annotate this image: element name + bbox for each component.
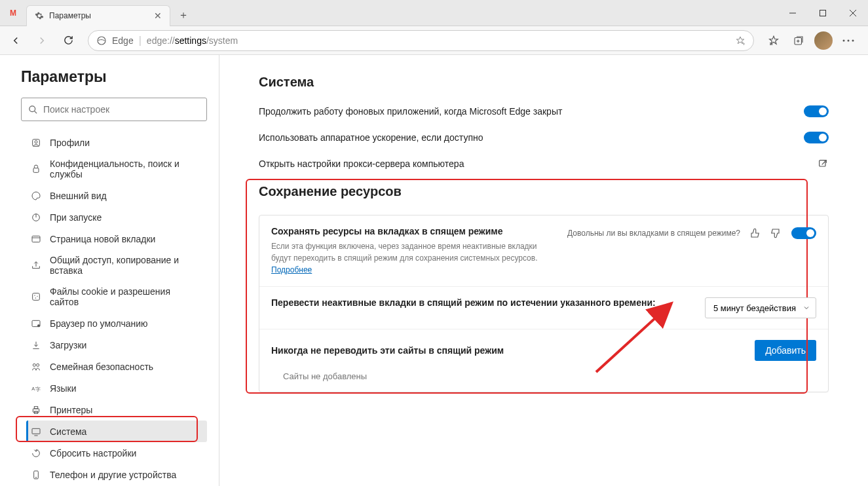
svg-text:字: 字 bbox=[35, 386, 41, 392]
sidebar-item-family[interactable]: Семейная безопасность bbox=[26, 356, 207, 377]
profile-avatar[interactable] bbox=[812, 29, 835, 52]
maximize-button[interactable] bbox=[808, 0, 838, 26]
feedback-question: Довольны ли вы вкладками в спящем режиме… bbox=[567, 229, 740, 238]
svg-point-31 bbox=[37, 364, 39, 366]
printer-icon bbox=[30, 405, 42, 415]
minimize-button[interactable] bbox=[778, 0, 808, 26]
tab-title: Параметры bbox=[49, 11, 149, 20]
never-sleep-label: Никогда не переводить эти сайты в спящий… bbox=[271, 345, 504, 356]
address-prefix: Edge bbox=[112, 35, 134, 46]
resources-card: Сохранять ресурсы на вкладках в спящем р… bbox=[259, 215, 829, 392]
learn-more-link[interactable]: Подробнее bbox=[271, 265, 312, 274]
svg-rect-41 bbox=[820, 160, 825, 166]
sidebar-item-languages[interactable]: A字Языки bbox=[26, 377, 207, 399]
sidebar-item-appearance[interactable]: Внешний вид bbox=[26, 185, 207, 206]
close-window-button[interactable] bbox=[838, 0, 868, 26]
sidebar-item-privacy[interactable]: Конфиденциальность, поиск и службы bbox=[26, 153, 207, 185]
tab-close-button[interactable]: ✕ bbox=[154, 10, 162, 21]
sidebar-item-newtab[interactable]: Страница новой вкладки bbox=[26, 228, 207, 250]
svg-rect-24 bbox=[33, 293, 40, 301]
favorites-list-icon[interactable] bbox=[762, 29, 785, 52]
languages-icon: A字 bbox=[30, 383, 42, 394]
chevron-down-icon bbox=[802, 304, 810, 314]
toggle-background-apps[interactable] bbox=[804, 105, 829, 117]
sidebar-item-reset[interactable]: Сбросить настройки bbox=[26, 442, 207, 464]
svg-point-15 bbox=[29, 105, 35, 111]
row-hw-accel: Использовать аппаратное ускорение, если … bbox=[259, 132, 829, 143]
svg-point-30 bbox=[33, 364, 35, 366]
power-icon bbox=[30, 212, 42, 223]
address-bar[interactable]: Edge | edge://settings/system bbox=[88, 30, 754, 51]
forward-button[interactable] bbox=[30, 29, 54, 52]
sleep-tabs-title: Сохранять ресурсы на вкладках в спящем р… bbox=[271, 226, 540, 236]
nav-toolbar: Edge | edge://settings/system bbox=[0, 26, 868, 55]
sidebar-title: Параметры bbox=[21, 68, 207, 86]
svg-text:A: A bbox=[31, 385, 35, 391]
address-url: edge://settings/system bbox=[147, 35, 730, 46]
downloads-icon bbox=[30, 340, 42, 350]
family-icon bbox=[30, 362, 42, 372]
lock-icon bbox=[30, 164, 42, 174]
main-content: Система Продолжить работу фоновых прилож… bbox=[219, 55, 868, 486]
svg-line-16 bbox=[34, 111, 37, 113]
sidebar-item-printers[interactable]: Принтеры bbox=[26, 399, 207, 421]
system-icon bbox=[30, 426, 42, 437]
sidebar: Параметры Профили Конфиденциальность, по… bbox=[0, 55, 219, 486]
newtab-icon bbox=[30, 234, 42, 244]
svg-rect-35 bbox=[34, 406, 37, 408]
sleep-tabs-desc: Если эта функция включена, через заданно… bbox=[271, 240, 540, 276]
sidebar-item-system[interactable]: Система bbox=[26, 421, 207, 442]
sidebar-item-share[interactable]: Общий доступ, копирование и вставка bbox=[26, 250, 207, 281]
svg-rect-34 bbox=[33, 409, 39, 412]
appearance-icon bbox=[30, 191, 42, 201]
share-icon bbox=[30, 260, 42, 271]
svg-point-13 bbox=[848, 39, 850, 41]
row-background-apps: Продолжить работу фоновых приложений, ко… bbox=[259, 105, 829, 117]
browser-tab[interactable]: Параметры ✕ bbox=[26, 5, 170, 26]
new-tab-button[interactable]: ＋ bbox=[174, 7, 193, 25]
empty-sites-text: Сайты не добавлены bbox=[259, 371, 828, 392]
sidebar-item-phone[interactable]: Телефон и другие устройства bbox=[26, 464, 207, 485]
toggle-sleep-tabs[interactable] bbox=[791, 227, 816, 239]
thumbs-up-icon[interactable] bbox=[748, 226, 763, 240]
timeout-dropdown[interactable]: 5 минут бездействия bbox=[705, 297, 816, 318]
thumbs-down-icon[interactable] bbox=[768, 226, 782, 240]
svg-point-26 bbox=[37, 296, 37, 297]
sidebar-item-cookies[interactable]: Файлы cookie и разрешения сайтов bbox=[26, 281, 207, 312]
svg-rect-37 bbox=[32, 428, 40, 434]
refresh-button[interactable] bbox=[56, 29, 80, 52]
sidebar-item-default-browser[interactable]: Браузер по умолчанию bbox=[26, 312, 207, 334]
svg-point-14 bbox=[852, 39, 854, 41]
favorite-star-icon[interactable] bbox=[735, 35, 745, 46]
add-button[interactable]: Добавить bbox=[755, 340, 816, 361]
browser-icon bbox=[30, 318, 42, 329]
more-menu-button[interactable] bbox=[837, 29, 860, 52]
back-button[interactable] bbox=[4, 29, 28, 52]
app-icon: M bbox=[0, 0, 26, 26]
sidebar-item-downloads[interactable]: Загрузки bbox=[26, 334, 207, 356]
reset-icon bbox=[30, 448, 42, 458]
edge-icon bbox=[96, 35, 107, 46]
search-input[interactable] bbox=[43, 104, 200, 115]
open-external-icon[interactable] bbox=[817, 158, 829, 170]
sidebar-search[interactable] bbox=[21, 98, 207, 121]
svg-point-29 bbox=[37, 324, 40, 327]
timeout-label: Перевести неактивные вкладки в спящий ре… bbox=[271, 297, 656, 308]
sidebar-item-startup[interactable]: При запуске bbox=[26, 206, 207, 228]
collections-icon[interactable] bbox=[787, 29, 810, 52]
svg-rect-19 bbox=[33, 168, 39, 173]
section-title-resources: Сохранение ресурсов bbox=[259, 184, 829, 199]
phone-icon bbox=[30, 470, 42, 480]
svg-rect-1 bbox=[820, 10, 826, 16]
sidebar-item-profiles[interactable]: Профили bbox=[26, 132, 207, 153]
svg-rect-22 bbox=[32, 236, 40, 242]
search-icon bbox=[28, 105, 38, 115]
toggle-hw-accel[interactable] bbox=[804, 132, 829, 143]
cookies-icon bbox=[30, 291, 42, 302]
svg-point-18 bbox=[35, 140, 37, 143]
svg-point-27 bbox=[35, 297, 36, 298]
profile-icon bbox=[30, 138, 42, 148]
section-title-system: Система bbox=[259, 75, 829, 90]
titlebar: M Параметры ✕ ＋ bbox=[0, 0, 868, 26]
row-proxy-settings[interactable]: Открыть настройки прокси-сервера компьют… bbox=[259, 158, 829, 170]
